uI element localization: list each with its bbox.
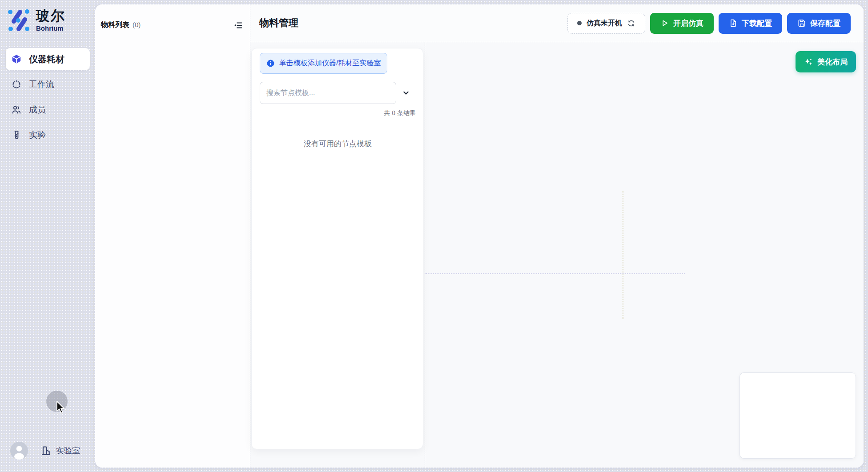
- content-card: 物料列表 (0) 物料管理 仿真未开机: [95, 4, 864, 468]
- sidebar-item-label: 仪器耗材: [29, 53, 64, 65]
- info-icon: [266, 59, 275, 68]
- test-tube-icon: [11, 130, 22, 140]
- bohrium-logo-icon: [7, 8, 32, 33]
- save-icon: [797, 19, 806, 28]
- user-avatar[interactable]: [10, 442, 28, 460]
- simulation-status-pill: 仿真未开机: [567, 13, 645, 34]
- users-icon: [11, 104, 22, 115]
- canvas-boundary-line: [425, 42, 425, 468]
- sidebar-item-label: 工作流: [29, 79, 54, 90]
- template-search-row: [260, 82, 416, 104]
- material-list-title: 物料列表: [101, 20, 129, 30]
- brand-name: 玻尔: [36, 9, 65, 24]
- sidebar-footer: 实验室: [10, 442, 80, 460]
- canvas-helper-line-vertical: [623, 191, 623, 319]
- page-title: 物料管理: [259, 16, 298, 30]
- brand-subtitle: Bohrium: [36, 24, 65, 32]
- save-config-button[interactable]: 保存配置: [787, 13, 851, 34]
- material-list-panel: 物料列表 (0): [95, 4, 250, 468]
- sidebar-item-instruments[interactable]: 仪器耗材: [6, 48, 90, 70]
- canvas-minimap[interactable]: [739, 372, 856, 459]
- mouse-cursor: [56, 401, 67, 414]
- chevron-down-icon[interactable]: [396, 88, 416, 97]
- lab-switcher-label: 实验室: [56, 445, 80, 456]
- main-area: 物料管理 仿真未开机: [250, 4, 864, 468]
- beautify-layout-button[interactable]: 美化布局: [796, 51, 856, 72]
- building-icon: [40, 445, 52, 456]
- status-dot-icon: [577, 21, 582, 25]
- indent-collapse-icon[interactable]: [233, 20, 243, 30]
- file-download-icon: [729, 19, 738, 28]
- main-header: 物料管理 仿真未开机: [250, 4, 864, 42]
- sidebar-item-label: 成员: [29, 104, 46, 116]
- simulation-status-text: 仿真未开机: [587, 19, 622, 28]
- header-actions: 仿真未开机: [567, 13, 851, 34]
- search-input[interactable]: [260, 82, 396, 104]
- download-config-button[interactable]: 下载配置: [719, 13, 782, 34]
- empty-templates-text: 没有可用的节点模板: [260, 139, 416, 149]
- sidebar-item-experiments[interactable]: 实验: [6, 124, 90, 146]
- start-simulation-button[interactable]: 开启仿真: [650, 13, 714, 34]
- sidebar-item-workflow[interactable]: 工作流: [6, 73, 90, 96]
- material-list-count: (0): [133, 21, 141, 28]
- hint-banner: 单击模板添加仪器/耗材至实验室: [260, 53, 387, 74]
- lab-switcher[interactable]: 实验室: [40, 445, 80, 456]
- cube-icon: [11, 54, 22, 64]
- play-icon: [660, 19, 669, 28]
- result-count: 共 0 条结果: [260, 109, 416, 117]
- sidebar-nav: 仪器耗材 工作流 成员: [6, 48, 90, 149]
- sparkles-icon: [804, 57, 813, 67]
- refresh-icon[interactable]: [627, 19, 635, 28]
- node-template-panel: 单击模板添加仪器/耗材至实验室 共 0 条结果 没有可用的节点模板: [251, 48, 423, 449]
- workflow-icon: [11, 79, 22, 90]
- hint-banner-text: 单击模板添加仪器/耗材至实验室: [279, 59, 381, 68]
- sidebar-item-members[interactable]: 成员: [6, 99, 90, 121]
- canvas-helper-line-horizontal: [425, 273, 685, 274]
- sidebar-item-label: 实验: [29, 129, 46, 141]
- material-list-header: 物料列表 (0): [95, 4, 250, 30]
- brand: 玻尔 Bohrium: [7, 8, 65, 33]
- flow-canvas[interactable]: 单击模板添加仪器/耗材至实验室 共 0 条结果 没有可用的节点模板: [250, 42, 864, 468]
